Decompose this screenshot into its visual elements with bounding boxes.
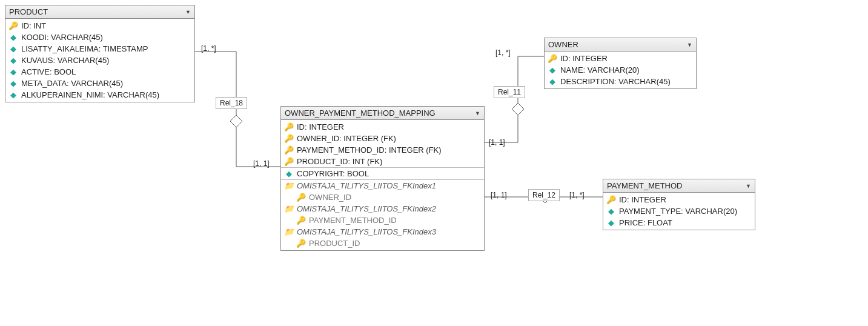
table-row: ◆DESCRIPTION: VARCHAR(45) (545, 76, 696, 87)
diamond-icon: ◆ (9, 56, 18, 65)
diamond-icon: ◆ (548, 66, 557, 75)
cardinality: [1, 1] (253, 159, 270, 168)
col: PRICE: FLOAT (619, 218, 672, 227)
folder-icon: 📁 (285, 228, 293, 236)
diamond-icon: ◆ (9, 79, 18, 88)
col: KUVAUS: VARCHAR(45) (21, 56, 109, 65)
key-icon: 🔑 (285, 158, 293, 166)
table-body: 🔑ID: INTEGER 🔑OWNER_ID: INTEGER (FK) 🔑PA… (281, 120, 484, 250)
diamond-icon: ◆ (548, 78, 557, 86)
index-col: PAYMENT_METHOD_ID (309, 216, 397, 225)
table-row: ◆PAYMENT_TYPE: VARCHAR(20) (603, 205, 755, 217)
chevron-down-icon[interactable]: ▼ (475, 110, 480, 116)
index-row: 📁OMISTAJA_TILITYS_LIITOS_FKIndex1 (281, 179, 484, 191)
diamond-icon: ◆ (9, 45, 18, 53)
er-diagram: { "tables": { "product": { "title": "PRO… (0, 0, 868, 326)
index-col-row: 🔑PRODUCT_ID (281, 238, 484, 249)
key-icon: 🔑 (285, 123, 293, 131)
table-row: ◆LISATTY_AIKALEIMA: TIMESTAMP (5, 43, 194, 55)
col: ACTIVE: BOOL (21, 67, 76, 76)
table-title: PAYMENT_METHOD (607, 181, 682, 190)
folder-icon: 📁 (285, 182, 293, 190)
col: ALKUPERAINEN_NIMI: VARCHAR(45) (21, 90, 159, 99)
table-product[interactable]: PRODUCT ▼ 🔑ID: INT ◆KOODI: VARCHAR(45) ◆… (5, 5, 195, 102)
table-row: ◆COPYRIGHT: BOOL (281, 167, 484, 179)
table-title: OWNER_PAYMENT_METHOD_MAPPING (285, 108, 436, 118)
table-row: ◆KOODI: VARCHAR(45) (5, 32, 194, 43)
cardinality: [1, *] (201, 44, 216, 53)
table-row: 🔑ID: INTEGER (545, 53, 696, 64)
index-col-row: 🔑PAYMENT_METHOD_ID (281, 215, 484, 226)
chevron-down-icon[interactable]: ▼ (185, 9, 191, 15)
table-body: 🔑ID: INT ◆KOODI: VARCHAR(45) ◆LISATTY_AI… (5, 19, 194, 102)
table-row: 🔑PRODUCT_ID: INT (FK) (281, 156, 484, 167)
chevron-down-icon[interactable]: ▼ (746, 183, 751, 189)
col: LISATTY_AIKALEIMA: TIMESTAMP (21, 44, 148, 53)
index-col: PRODUCT_ID (309, 239, 360, 248)
table-owner[interactable]: OWNER ▼ 🔑ID: INTEGER ◆NAME: VARCHAR(20) … (544, 38, 697, 89)
table-header[interactable]: PAYMENT_METHOD ▼ (603, 179, 755, 193)
col: DESCRIPTION: VARCHAR(45) (560, 77, 671, 86)
col: PRODUCT_ID: INT (FK) (297, 157, 382, 166)
index-name: OMISTAJA_TILITYS_LIITOS_FKIndex3 (297, 227, 436, 236)
col: NAME: VARCHAR(20) (560, 65, 640, 75)
table-row: ◆ALKUPERAINEN_NIMI: VARCHAR(45) (5, 89, 194, 101)
table-owner-payment-method-mapping[interactable]: OWNER_PAYMENT_METHOD_MAPPING ▼ 🔑ID: INTE… (280, 106, 485, 251)
col: ID: INTEGER (619, 195, 666, 204)
index-name: OMISTAJA_TILITYS_LIITOS_FKIndex1 (297, 181, 436, 190)
table-title: PRODUCT (9, 7, 48, 16)
index-row: 📁OMISTAJA_TILITYS_LIITOS_FKIndex2 (281, 203, 484, 215)
table-row: 🔑ID: INTEGER (281, 121, 484, 133)
col: PAYMENT_METHOD_ID: INTEGER (FK) (297, 145, 442, 155)
table-payment-method[interactable]: PAYMENT_METHOD ▼ 🔑ID: INTEGER ◆PAYMENT_T… (603, 179, 755, 230)
relation-label: Rel_11 (494, 86, 525, 98)
table-row: ◆PRICE: FLOAT (603, 217, 755, 228)
diamond-icon: ◆ (9, 33, 18, 42)
table-row: ◆ACTIVE: BOOL (5, 66, 194, 78)
table-body: 🔑ID: INTEGER ◆PAYMENT_TYPE: VARCHAR(20) … (603, 193, 755, 230)
table-row: ◆NAME: VARCHAR(20) (545, 64, 696, 76)
col: ID: INT (21, 21, 46, 30)
key-icon: 🔑 (548, 55, 557, 63)
key-icon: 🔑 (285, 135, 293, 143)
relation-label: Rel_18 (216, 97, 247, 109)
relation-label: Rel_12 (528, 189, 560, 201)
table-row: 🔑PAYMENT_METHOD_ID: INTEGER (FK) (281, 144, 484, 156)
table-header[interactable]: PRODUCT ▼ (5, 5, 194, 19)
index-col: OWNER_ID (309, 193, 351, 202)
cardinality: [1, 1] (491, 191, 507, 199)
table-title: OWNER (548, 40, 578, 49)
key-icon: 🔑 (297, 239, 305, 248)
col: OWNER_ID: INTEGER (FK) (297, 134, 396, 143)
table-row: 🔑OWNER_ID: INTEGER (FK) (281, 133, 484, 144)
key-icon: 🔑 (297, 216, 305, 225)
table-header[interactable]: OWNER ▼ (545, 38, 696, 52)
diamond-icon: ◆ (607, 207, 615, 216)
col: KOODI: VARCHAR(45) (21, 33, 103, 42)
svg-marker-7 (512, 103, 524, 115)
col: COPYRIGHT: BOOL (297, 169, 369, 178)
col: ID: INTEGER (297, 122, 344, 131)
chevron-down-icon[interactable]: ▼ (687, 42, 692, 48)
diamond-icon: ◆ (9, 68, 18, 76)
index-col-row: 🔑OWNER_ID (281, 191, 484, 203)
diamond-icon: ◆ (607, 219, 615, 227)
index-name: OMISTAJA_TILITYS_LIITOS_FKIndex2 (297, 204, 436, 213)
svg-marker-3 (230, 115, 242, 127)
cardinality: [1, *] (569, 191, 585, 199)
table-header[interactable]: OWNER_PAYMENT_METHOD_MAPPING ▼ (281, 107, 484, 120)
table-row: ◆KUVAUS: VARCHAR(45) (5, 55, 194, 66)
key-icon: 🔑 (9, 22, 18, 30)
cardinality: [1, *] (495, 48, 511, 57)
index-row: 📁OMISTAJA_TILITYS_LIITOS_FKIndex3 (281, 226, 484, 238)
key-icon: 🔑 (297, 193, 305, 202)
key-icon: 🔑 (607, 196, 615, 204)
folder-icon: 📁 (285, 205, 293, 213)
col: ID: INTEGER (560, 54, 608, 63)
table-row: 🔑ID: INTEGER (603, 194, 755, 205)
col: PAYMENT_TYPE: VARCHAR(20) (619, 207, 737, 216)
diamond-icon: ◆ (285, 170, 293, 178)
table-row: 🔑ID: INT (5, 20, 194, 32)
cardinality: [1, 1] (489, 138, 505, 147)
table-row: ◆META_DATA: VARCHAR(45) (5, 78, 194, 89)
